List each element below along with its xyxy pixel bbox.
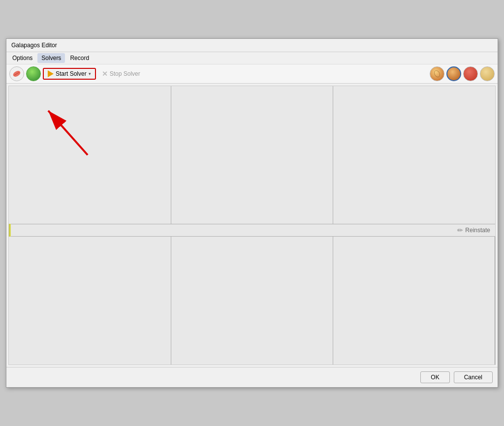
start-solver-label: Start Solver <box>56 70 87 77</box>
bottom-panel-right-content <box>333 237 495 365</box>
stop-solver-label: Stop Solver <box>110 70 140 77</box>
toolbar-icon-2[interactable] <box>446 66 461 81</box>
toolbar-icon-4[interactable] <box>480 66 495 81</box>
main-window: Galapagos Editor Options Solvers Record … <box>6 38 498 388</box>
top-panel-left <box>9 86 171 224</box>
content-area: ✏ Reinstate <box>8 86 496 365</box>
top-panel-right <box>333 86 495 224</box>
top-panel-center <box>171 86 334 224</box>
cancel-button[interactable]: Cancel <box>454 371 493 383</box>
play-icon <box>48 70 54 77</box>
reinstate-label[interactable]: Reinstate <box>465 227 490 234</box>
bottom-panel-right <box>333 237 495 365</box>
toolbar: Start Solver ▾ ✕ Stop Solver <box>6 64 498 84</box>
top-panels <box>9 86 495 224</box>
reinstate-row: ✏ Reinstate <box>9 224 495 237</box>
reinstate-icon: ✏ <box>457 226 463 234</box>
leaf-icon-button[interactable] <box>9 66 24 81</box>
arrow-annotation <box>38 106 97 166</box>
menu-record[interactable]: Record <box>66 53 93 63</box>
stop-icon: ✕ <box>102 70 108 78</box>
svg-point-3 <box>433 69 441 78</box>
bottom-panel-left <box>9 237 171 365</box>
green-icon-button[interactable] <box>26 66 41 81</box>
footer: OK Cancel <box>6 367 498 387</box>
menu-options[interactable]: Options <box>8 53 36 63</box>
menu-bar: Options Solvers Record <box>6 52 498 64</box>
toolbar-icon-3[interactable] <box>463 66 478 81</box>
bottom-panels <box>9 237 495 365</box>
window-title: Galapagos Editor <box>11 42 57 49</box>
ok-button[interactable]: OK <box>420 371 449 383</box>
red-arrow-icon <box>38 106 97 165</box>
toolbar-left: Start Solver ▾ ✕ Stop Solver <box>9 66 144 81</box>
start-solver-button[interactable]: Start Solver ▾ <box>43 68 96 80</box>
title-bar: Galapagos Editor <box>6 39 498 52</box>
toolbar-right <box>430 66 495 81</box>
menu-solvers[interactable]: Solvers <box>37 53 65 63</box>
bottom-panel-center <box>171 237 334 365</box>
bottom-panel-right-divider <box>495 237 495 365</box>
dropdown-arrow-icon: ▾ <box>89 71 91 76</box>
toolbar-icon-1[interactable] <box>430 66 444 81</box>
svg-line-5 <box>48 111 88 155</box>
stop-solver-button: ✕ Stop Solver <box>98 68 144 79</box>
